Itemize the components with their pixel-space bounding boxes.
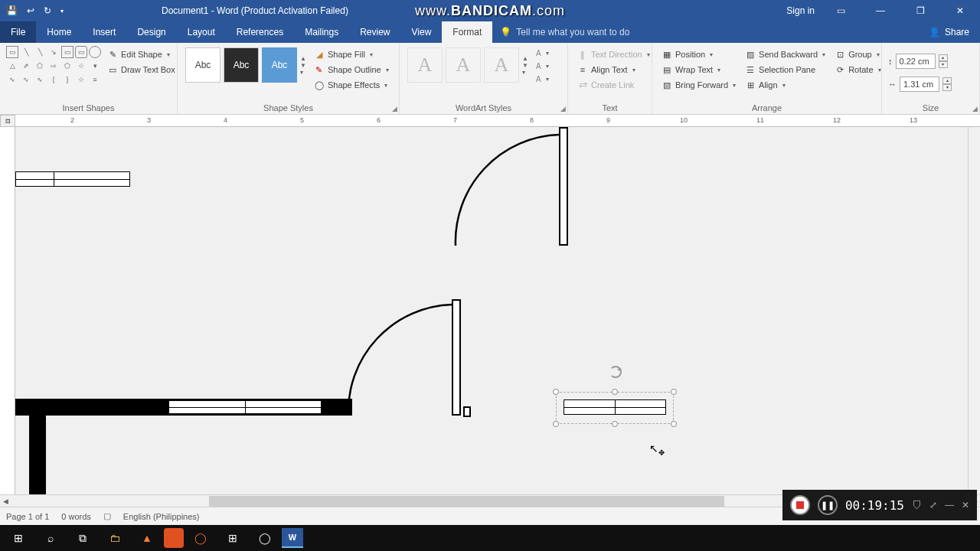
horizontal-ruler[interactable]: 2 3 4 5 6 7 8 9 10 11 12 13 (15, 115, 980, 127)
text-fill-button[interactable]: A (533, 47, 552, 59)
tab-view[interactable]: View (401, 21, 443, 43)
status-language[interactable]: English (Philippines) (123, 512, 200, 521)
share-button[interactable]: 👤 Share (918, 27, 980, 37)
text-direction-button[interactable]: ‖Text Direction (574, 47, 653, 61)
group-button[interactable]: ⊡Group (831, 47, 884, 61)
ribbon-options-icon[interactable]: ▭ (827, 0, 854, 21)
size-launcher[interactable]: ◢ (972, 105, 978, 112)
door-stop[interactable] (463, 406, 471, 417)
position-button[interactable]: ▦Position (658, 47, 739, 61)
text-outline-button[interactable]: A (533, 60, 552, 72)
bc-close-icon[interactable]: ✕ (962, 500, 969, 510)
shape-effects-button[interactable]: ◯Shape Effects (311, 78, 392, 92)
bring-forward-button[interactable]: ▧Bring Forward (658, 78, 739, 92)
undo-icon[interactable]: ↩ (27, 5, 34, 16)
wrap-text-button[interactable]: ▤Wrap Text (658, 63, 739, 77)
tab-review[interactable]: Review (349, 21, 400, 43)
record-button[interactable] (790, 495, 810, 515)
handle-sw[interactable] (553, 421, 559, 427)
proofing-icon[interactable]: ▢ (103, 511, 111, 521)
wall-vertical[interactable] (29, 416, 46, 494)
ruler-corner[interactable]: ⊡ (0, 115, 15, 127)
wordart-launcher[interactable]: ◢ (560, 105, 566, 112)
wall-cap[interactable] (337, 399, 351, 416)
align-button[interactable]: ⊞Align (742, 78, 828, 92)
vertical-scrollbar[interactable] (968, 127, 980, 494)
text-effects-button[interactable]: A (533, 73, 552, 85)
selection-pane-button[interactable]: ☰Selection Pane (742, 63, 828, 77)
minimize-button[interactable]: — (867, 0, 894, 21)
bc-minimize-icon[interactable]: — (945, 500, 954, 510)
shape-style-3[interactable]: Abc (262, 47, 297, 83)
style-scroll-up[interactable]: ▲ (300, 55, 306, 62)
align-text-button[interactable]: ≡Align Text (574, 63, 653, 77)
tab-references[interactable]: References (226, 21, 294, 43)
tab-insert[interactable]: Insert (82, 21, 126, 43)
word-taskbar-icon[interactable]: W (282, 528, 303, 548)
rotate-button[interactable]: ⟳Rotate (831, 63, 884, 77)
tab-layout[interactable]: Layout (177, 21, 226, 43)
handle-ne[interactable] (671, 389, 677, 395)
shapes-gallery[interactable]: ▭╲╲↘▭▭ △⇗⬠⇨⬠☆▾ ∿∿∿{}☆≡ (6, 46, 101, 86)
tab-format[interactable]: Format (442, 21, 492, 43)
vlc-icon[interactable]: ▲ (132, 527, 162, 549)
sign-in-link[interactable]: Sign in (786, 5, 815, 16)
shape-fill-button[interactable]: ◢Shape Fill (311, 47, 392, 61)
save-icon[interactable]: 💾 (6, 5, 18, 16)
door-jamb-2[interactable] (452, 299, 461, 416)
tab-mailings[interactable]: Mailings (294, 21, 349, 43)
draw-text-box-button[interactable]: ▭Draw Text Box (104, 63, 178, 77)
start-button[interactable]: ⊞ (3, 527, 34, 549)
maximize-button[interactable]: ❐ (906, 0, 934, 21)
tab-file[interactable]: File (0, 21, 36, 43)
window-shape-1[interactable] (15, 171, 130, 187)
send-backward-button[interactable]: ▨Send Backward (742, 47, 828, 61)
vertical-ruler[interactable] (0, 127, 15, 494)
pause-button[interactable]: ❚❚ (818, 495, 838, 515)
handle-se[interactable] (671, 421, 677, 427)
tab-design[interactable]: Design (126, 21, 176, 43)
redo-icon[interactable]: ↻ (44, 5, 51, 16)
wordart-style-1[interactable]: A (407, 47, 443, 83)
shape-style-1[interactable]: Abc (185, 47, 220, 83)
status-words[interactable]: 0 words (61, 512, 91, 521)
shape-height-input[interactable]: 0.22 cm (896, 54, 936, 69)
shape-style-2[interactable]: Abc (224, 47, 259, 83)
edit-shape-icon: ✎ (107, 49, 118, 60)
window-shape-2[interactable] (168, 400, 322, 414)
screenshot-icon[interactable]: ⛉ (912, 500, 922, 511)
handle-nw[interactable] (553, 389, 559, 395)
tab-home[interactable]: Home (36, 21, 82, 43)
firefox-icon[interactable]: ◯ (185, 527, 216, 549)
wrap-icon: ▤ (662, 64, 672, 75)
page-canvas[interactable]: ↖✥ (15, 127, 968, 494)
rotate-handle[interactable] (609, 366, 622, 378)
chrome-icon[interactable]: ◯ (250, 527, 280, 549)
task-view-icon[interactable]: ⧉ (67, 527, 98, 549)
close-button[interactable]: ✕ (946, 0, 974, 21)
style-scroll-down[interactable]: ▼ (300, 62, 306, 69)
edit-shape-button[interactable]: ✎Edit Shape (104, 47, 178, 61)
shape-styles-launcher[interactable]: ◢ (392, 105, 397, 112)
tell-me-search[interactable]: 💡 Tell me what you want to do (492, 27, 629, 37)
shape-width-input[interactable]: 1.31 cm (900, 77, 939, 92)
file-explorer-icon[interactable]: 🗀 (100, 527, 130, 549)
app-icon-orange[interactable] (164, 528, 184, 548)
store-icon[interactable]: ⊞ (217, 527, 248, 549)
status-page[interactable]: Page 1 of 1 (6, 512, 49, 521)
shape-outline-button[interactable]: ✎Shape Outline (311, 63, 392, 77)
backward-icon: ▨ (745, 49, 756, 60)
align-text-icon: ≡ (577, 64, 588, 75)
bc-expand-icon[interactable]: ⤢ (929, 500, 937, 510)
door-jamb-1[interactable] (559, 127, 568, 246)
search-icon[interactable]: ⌕ (35, 527, 66, 549)
handle-s[interactable] (612, 421, 618, 427)
handle-n[interactable] (612, 389, 618, 395)
selected-window-shape[interactable] (564, 399, 666, 415)
style-more[interactable]: ▾ (300, 69, 306, 76)
wordart-style-2[interactable]: A (446, 47, 481, 83)
door-arc-2[interactable] (345, 297, 467, 419)
wordart-style-3[interactable]: A (484, 47, 519, 83)
qat-customize-icon[interactable]: ▾ (60, 8, 64, 15)
door-arc-1[interactable] (452, 127, 574, 249)
